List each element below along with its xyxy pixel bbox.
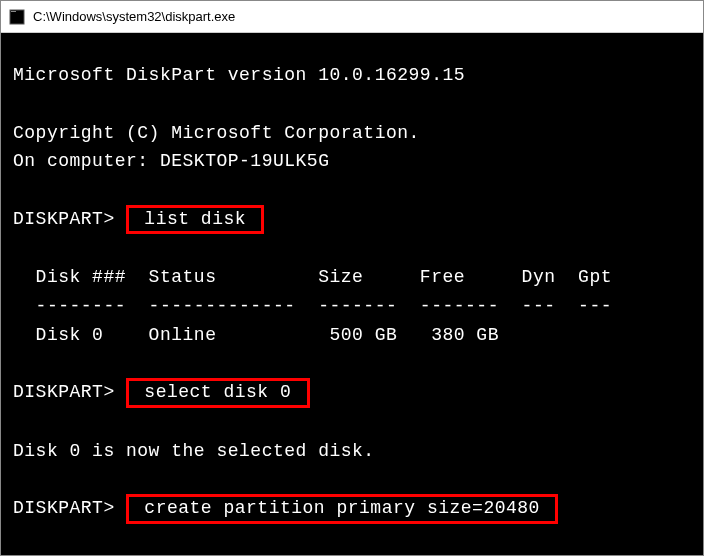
prompt-line-1: DISKPART> list disk xyxy=(13,205,691,234)
diskpart-prompt: DISKPART> xyxy=(13,209,115,229)
svg-rect-0 xyxy=(10,10,24,24)
diskpart-prompt: DISKPART> xyxy=(13,498,115,518)
command-select-disk: select disk 0 xyxy=(126,378,310,407)
prompt-line-3: DISKPART> create partition primary size=… xyxy=(13,494,691,523)
disk-table-divider: -------- ------------- ------- ------- -… xyxy=(13,292,691,321)
command-create-partition: create partition primary size=20480 xyxy=(126,494,558,523)
command-list-disk: list disk xyxy=(126,205,264,234)
svg-rect-1 xyxy=(11,11,16,12)
diskpart-prompt: DISKPART> xyxy=(13,382,115,402)
computer-line: On computer: DESKTOP-19ULK5G xyxy=(13,147,691,176)
terminal-output[interactable]: Microsoft DiskPart version 10.0.16299.15… xyxy=(1,33,703,555)
prompt-line-2: DISKPART> select disk 0 xyxy=(13,378,691,407)
copyright-line: Copyright (C) Microsoft Corporation. xyxy=(13,119,691,148)
window-title-text: C:\Windows\system32\diskpart.exe xyxy=(33,9,235,24)
create-result: DiskPart succeeded in creating the speci… xyxy=(13,552,691,556)
window-title-bar: C:\Windows\system32\diskpart.exe xyxy=(1,1,703,33)
version-line: Microsoft DiskPart version 10.0.16299.15 xyxy=(13,61,691,90)
disk-table-row: Disk 0 Online 500 GB 380 GB xyxy=(13,321,691,350)
select-result: Disk 0 is now the selected disk. xyxy=(13,437,691,466)
diskpart-app-icon xyxy=(9,9,25,25)
disk-table-header: Disk ### Status Size Free Dyn Gpt xyxy=(13,263,691,292)
